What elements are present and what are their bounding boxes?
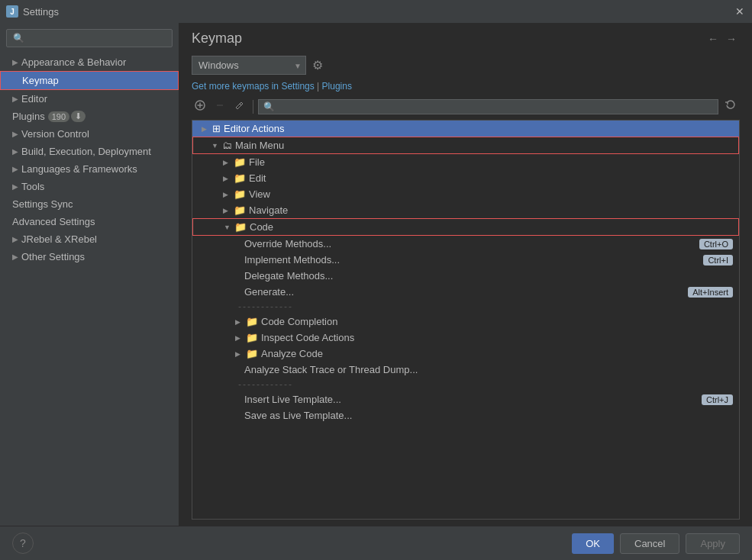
sidebar-item-editor[interactable]: ▶ Editor xyxy=(0,90,179,108)
add-icon xyxy=(195,100,205,111)
close-button[interactable]: ✕ xyxy=(734,5,746,18)
plugins-link[interactable]: Plugins xyxy=(322,81,352,92)
forward-button[interactable]: → xyxy=(723,31,740,47)
window-title: Settings xyxy=(23,6,59,18)
chevron-icon: ▶ xyxy=(12,58,18,66)
sidebar-item-version-control[interactable]: ▶ Version Control xyxy=(0,125,179,143)
chevron-icon: ▼ xyxy=(211,142,221,150)
tree-item-edit[interactable]: ▶ 📁 Edit xyxy=(192,170,739,186)
tree-item-file[interactable]: ▶ 📁 File xyxy=(192,154,739,170)
keymap-dropdown-wrapper[interactable]: Windows macOS Linux Default Eclipse NetB… xyxy=(192,56,306,75)
keymap-links: Get more keymaps in Settings | Plugins xyxy=(179,81,752,96)
tree-item-generate[interactable]: Generate... Alt+Insert xyxy=(192,284,739,300)
shortcut-badge-implement: Ctrl+I xyxy=(703,255,733,266)
folder-icon: 🗂 xyxy=(222,140,232,151)
tree-item-view[interactable]: ▶ 📁 View xyxy=(192,186,739,202)
keymap-tree[interactable]: ▶ ⊞ Editor Actions ▼ 🗂 Main Menu ▶ 📁 Fil… xyxy=(192,120,740,520)
tree-item-label: Delegate Methods... xyxy=(244,270,333,282)
right-panel: Keymap ← → Windows macOS Linux Default E… xyxy=(179,23,752,526)
gear-icon[interactable]: ⚙ xyxy=(312,58,323,72)
restore-button[interactable] xyxy=(721,98,740,115)
sidebar-item-label: Appearance & Behavior xyxy=(21,56,126,68)
tree-item-label: View xyxy=(249,188,270,200)
title-bar: J Settings ✕ xyxy=(0,0,752,23)
keymap-controls: Windows macOS Linux Default Eclipse NetB… xyxy=(179,50,752,81)
chevron-icon: ▶ xyxy=(223,207,232,214)
sidebar-item-build[interactable]: ▶ Build, Execution, Deployment xyxy=(0,143,179,160)
chevron-icon: ▶ xyxy=(235,350,244,358)
tree-item-navigate[interactable]: ▶ 📁 Navigate xyxy=(192,202,739,218)
tree-item-code-completion[interactable]: ▶ 📁 Code Completion xyxy=(192,314,739,330)
tree-item-label: Save as Live Template... xyxy=(244,410,352,421)
tree-item-implement-methods[interactable]: Implement Methods... Ctrl+I xyxy=(192,252,739,268)
edit-shortcut-button[interactable] xyxy=(231,98,248,114)
chevron-icon: ▶ xyxy=(235,334,244,342)
remove-shortcut-button[interactable] xyxy=(211,98,228,114)
tree-item-delegate-methods[interactable]: Delegate Methods... xyxy=(192,268,739,284)
tree-item-label: Editor Actions xyxy=(224,123,285,134)
tree-item-label: Insert Live Template... xyxy=(244,394,341,405)
sidebar-item-plugins[interactable]: Plugins 190 ⬇ xyxy=(0,108,179,125)
shortcut-badge-insert-template: Ctrl+J xyxy=(702,394,733,405)
toolbar: 🔍 xyxy=(179,96,752,120)
tree-item-analyze-code[interactable]: ▶ 📁 Analyze Code xyxy=(192,346,739,362)
sidebar-item-label: Editor xyxy=(21,93,47,105)
folder-icon: 📁 xyxy=(234,204,246,216)
folder-icon: 📁 xyxy=(234,172,246,184)
sidebar-item-jrebel[interactable]: ▶ JRebel & XRebel xyxy=(0,230,179,248)
chevron-icon: ▶ xyxy=(235,318,244,326)
tree-item-analyze-stack[interactable]: Analyze Stack Trace or Thread Dump... xyxy=(192,362,739,378)
chevron-icon: ▶ xyxy=(12,235,18,243)
tree-item-label: Main Menu xyxy=(235,140,284,151)
tree-item-editor-actions[interactable]: ▶ ⊞ Editor Actions xyxy=(192,121,739,137)
navigation-buttons[interactable]: ← → xyxy=(705,31,740,47)
sidebar-search-box[interactable] xyxy=(0,23,179,53)
svg-line-4 xyxy=(240,104,241,105)
folder-icon: 📁 xyxy=(234,156,246,168)
tree-item-inspect-code[interactable]: ▶ 📁 Inspect Code Actions xyxy=(192,330,739,346)
sidebar-item-tools[interactable]: ▶ Tools xyxy=(0,178,179,195)
tree-item-main-menu[interactable]: ▼ 🗂 Main Menu xyxy=(192,137,739,154)
title-bar-controls[interactable]: ✕ xyxy=(734,5,746,18)
sidebar-item-advanced-settings[interactable]: Advanced Settings xyxy=(0,213,179,230)
sidebar-item-settings-sync[interactable]: Settings Sync xyxy=(0,195,179,213)
tree-item-code[interactable]: ▼ 📁 Code xyxy=(192,218,739,236)
chevron-icon: ▶ xyxy=(12,147,18,156)
sidebar-item-label: Plugins xyxy=(12,111,45,122)
main-content: ▶ Appearance & Behavior Keymap ▶ Editor … xyxy=(0,23,752,526)
sidebar-item-label: Settings Sync xyxy=(12,198,73,210)
sidebar-item-other-settings[interactable]: ▶ Other Settings xyxy=(0,248,179,266)
cancel-button[interactable]: Cancel xyxy=(620,533,679,554)
tree-item-label: Analyze Stack Trace or Thread Dump... xyxy=(244,364,418,375)
tree-item-label: Code xyxy=(250,221,273,233)
bottom-bar: ? OK Cancel Apply xyxy=(0,526,752,560)
sidebar-item-languages[interactable]: ▶ Languages & Frameworks xyxy=(0,160,179,178)
tree-item-insert-live-template[interactable]: Insert Live Template... Ctrl+J xyxy=(192,391,739,407)
sidebar-item-appearance[interactable]: ▶ Appearance & Behavior xyxy=(0,53,179,71)
ok-button[interactable]: OK xyxy=(572,533,614,554)
sidebar-item-label: Tools xyxy=(21,181,44,192)
get-keymaps-link[interactable]: Get more keymaps in Settings xyxy=(192,81,315,92)
sidebar: ▶ Appearance & Behavior Keymap ▶ Editor … xyxy=(0,23,179,526)
tree-item-label: File xyxy=(249,156,265,168)
shortcut-badge-override: Ctrl+O xyxy=(699,239,733,249)
tree-item-save-live-template[interactable]: Save as Live Template... xyxy=(192,407,739,423)
sidebar-item-label: Other Settings xyxy=(21,251,85,262)
apply-button[interactable]: Apply xyxy=(686,533,740,554)
tree-item-label: Generate... xyxy=(244,286,294,298)
keymap-search-input[interactable] xyxy=(278,101,713,112)
tree-item-label: Navigate xyxy=(249,204,288,216)
sidebar-item-keymap[interactable]: Keymap xyxy=(0,71,179,90)
bottom-buttons: OK Cancel Apply xyxy=(572,533,740,554)
add-shortcut-button[interactable] xyxy=(192,98,208,114)
back-button[interactable]: ← xyxy=(705,31,721,47)
folder-icon: 📁 xyxy=(246,332,258,343)
sidebar-nav: ▶ Appearance & Behavior Keymap ▶ Editor … xyxy=(0,53,179,526)
shortcut-badge-generate: Alt+Insert xyxy=(688,287,733,298)
sidebar-item-label: Advanced Settings xyxy=(12,216,95,227)
keymap-dropdown[interactable]: Windows macOS Linux Default Eclipse NetB… xyxy=(192,56,306,75)
help-button[interactable]: ? xyxy=(12,533,34,554)
tree-item-override-methods[interactable]: Override Methods... Ctrl+O xyxy=(192,236,739,252)
sidebar-search-input[interactable] xyxy=(6,29,173,47)
chevron-icon: ▶ xyxy=(12,165,18,173)
